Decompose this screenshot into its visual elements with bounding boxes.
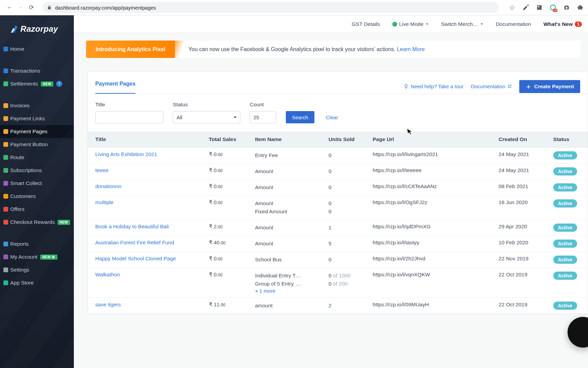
sidebar-item-settings[interactable]: Settings xyxy=(0,263,74,276)
page-title-link[interactable]: multiple xyxy=(95,199,113,205)
sidebar-item-label: Route xyxy=(10,154,24,160)
more-items-link[interactable]: + 1 more xyxy=(255,288,322,294)
nav-icon xyxy=(3,68,8,73)
logo[interactable]: Razorpay xyxy=(0,15,74,43)
sidebar-item-settlements[interactable]: SettlementsNEW? xyxy=(0,77,74,90)
learn-more-link[interactable]: Learn More xyxy=(397,46,425,52)
ext-icon-4[interactable] xyxy=(563,4,570,11)
filter-title-input[interactable] xyxy=(95,111,163,123)
sidebar-item-subscriptions[interactable]: Subscriptions xyxy=(0,164,74,177)
sidebar-item-offers[interactable]: Offers xyxy=(0,203,74,216)
sidebar-item-payment-links[interactable]: Payment Links xyxy=(0,112,74,125)
page-title-link[interactable]: Australian Forest Fire Relief Fund xyxy=(95,240,174,245)
table-row[interactable]: Australian Forest Fire Relief Fund ₹ 40.… xyxy=(88,236,588,252)
ext-icon-3[interactable]: off xyxy=(549,4,557,11)
filter-count-input[interactable] xyxy=(250,111,276,123)
sidebar-item-payment-pages[interactable]: Payment Pages xyxy=(0,125,74,138)
gst-details-link[interactable]: GST Details xyxy=(352,21,380,27)
search-button[interactable]: Search xyxy=(286,111,314,123)
nav-icon xyxy=(3,116,8,121)
status-badge: Active xyxy=(553,151,577,159)
col-status[interactable]: Status xyxy=(550,132,588,148)
nav-icon xyxy=(3,47,8,51)
info-icon: ? xyxy=(56,81,62,87)
table-row[interactable]: Walkathon ₹ 0.00 Individual Entry T…Grou… xyxy=(88,268,588,298)
tab-payment-pages[interactable]: Payment Pages xyxy=(95,79,135,94)
extensions-puzzle-icon[interactable] xyxy=(576,4,584,11)
table-row[interactable]: multiple ₹ 0.00 AmountFixed Amount 00 ht… xyxy=(88,196,588,220)
item-name: School Bus xyxy=(255,256,322,264)
table-row[interactable]: teeee ₹ 0.00 Amount 0 https://rzp.io/l/t… xyxy=(88,164,588,180)
payment-pages-table: Title Total Sales Item Name Units Sold P… xyxy=(88,132,588,314)
status-badge: Active xyxy=(553,167,577,175)
page-title-link[interactable]: save tigers xyxy=(95,302,121,307)
take-a-tour-link[interactable]: Need help? Take a tour xyxy=(404,83,463,89)
filter-status-select[interactable]: All xyxy=(173,111,240,123)
item-name: Amount xyxy=(255,240,322,248)
col-page-url[interactable]: Page Url xyxy=(369,132,495,148)
table-row[interactable]: save tigers ₹ 11.00 amount 2 https://rzp… xyxy=(88,298,588,314)
filter-status-label: Status xyxy=(173,102,240,108)
sidebar-item-invoices[interactable]: Invoices xyxy=(0,99,74,112)
sidebar-item-transactions[interactable]: Transactions xyxy=(0,64,74,77)
sidebar-item-label: My Account xyxy=(10,254,37,260)
nav-icon xyxy=(3,142,8,147)
sidebar-item-home[interactable]: Home xyxy=(0,43,74,56)
forward-button[interactable]: → xyxy=(16,4,24,11)
reload-button[interactable]: ⟳ xyxy=(27,4,35,11)
browser-chrome: ← → ⟳ dashboard.razorpay.com/app/payment… xyxy=(0,0,588,15)
units-sold: 0 xyxy=(328,199,366,208)
units-sold: 2 xyxy=(328,302,366,310)
page-title-link[interactable]: teeee xyxy=(95,167,109,173)
address-bar[interactable]: dashboard.razorpay.com/app/paymentpages xyxy=(42,2,499,13)
col-total-sales[interactable]: Total Sales xyxy=(206,132,252,148)
sidebar-item-app-store[interactable]: App Store xyxy=(0,276,74,289)
help-fab[interactable] xyxy=(568,317,588,348)
whats-new[interactable]: What's New 1 xyxy=(543,21,582,27)
col-title[interactable]: Title xyxy=(88,132,206,148)
sidebar-item-checkout-rewards[interactable]: Checkout RewardsNEW xyxy=(0,216,74,229)
page-title-link[interactable]: Happy Model School Cloned Page xyxy=(95,256,176,261)
back-button[interactable]: ← xyxy=(5,4,14,11)
sidebar-item-smart-collect[interactable]: Smart Collect xyxy=(0,177,74,190)
sidebar-item-payment-button[interactable]: Payment Button xyxy=(0,138,74,151)
page-title-link[interactable]: Book a Holiday to Beautiful Bali xyxy=(95,224,169,229)
col-units-sold[interactable]: Units Sold xyxy=(325,132,369,148)
clear-button[interactable]: Clear xyxy=(324,111,340,123)
nav-icon xyxy=(3,194,8,199)
col-created-on[interactable]: Created On xyxy=(495,132,550,148)
sidebar-item-label: Invoices xyxy=(10,103,30,109)
col-item-name[interactable]: Item Name xyxy=(251,132,325,148)
create-payment-page-button[interactable]: ＋ Create Payment xyxy=(519,80,580,93)
lock-icon xyxy=(47,5,52,10)
chevron-down-icon: ▼ xyxy=(480,22,484,26)
page-title-link[interactable]: Walkathon xyxy=(95,272,120,277)
table-row[interactable]: Book a Holiday to Beautiful Bali ₹ 2.00 … xyxy=(88,220,588,236)
sidebar-item-reports[interactable]: Reports xyxy=(0,237,74,250)
created-on: 22 Oct 2019 xyxy=(495,268,550,298)
table-row[interactable]: donationnn ₹ 0.00 Amount 0 https://rzp.i… xyxy=(88,180,588,196)
panel-documentation-link[interactable]: Documentation xyxy=(471,83,512,89)
live-mode-toggle[interactable]: Live Mode▼ xyxy=(392,21,429,27)
eyedropper-ext-icon[interactable] xyxy=(522,4,529,11)
table-row[interactable]: Living Arts Exhibition 2021 ₹ 0.00 Entry… xyxy=(88,148,588,164)
star-icon[interactable]: ☆ xyxy=(508,4,516,11)
svg-rect-1 xyxy=(538,6,539,7)
item-name: Amount xyxy=(255,183,322,191)
page-title-link[interactable]: donationnn xyxy=(95,183,121,189)
units-sold: 0 xyxy=(328,151,366,159)
sidebar-item-label: Home xyxy=(10,46,24,52)
total-sales: ₹ 40.00 xyxy=(206,236,252,252)
switch-merchant[interactable]: Switch Merch…▼ xyxy=(441,21,483,27)
total-sales: ₹ 0.00 xyxy=(206,196,252,220)
sidebar-item-my-account[interactable]: My AccountNEW ⛨ xyxy=(0,250,74,263)
page-title-link[interactable]: Living Arts Exhibition 2021 xyxy=(95,151,157,157)
table-row[interactable]: Happy Model School Cloned Page ₹ 0.00 Sc… xyxy=(88,252,588,268)
page-url: https://rzp.io/l/tastyy xyxy=(369,236,495,252)
created-on: 22 Oct 2019 xyxy=(495,298,550,314)
sidebar-item-customers[interactable]: Customers xyxy=(0,190,74,203)
nav-icon xyxy=(3,103,8,108)
ext-icon-2[interactable] xyxy=(536,4,543,11)
sidebar-item-route[interactable]: Route xyxy=(0,151,74,164)
documentation-link[interactable]: Documentation xyxy=(496,21,531,27)
